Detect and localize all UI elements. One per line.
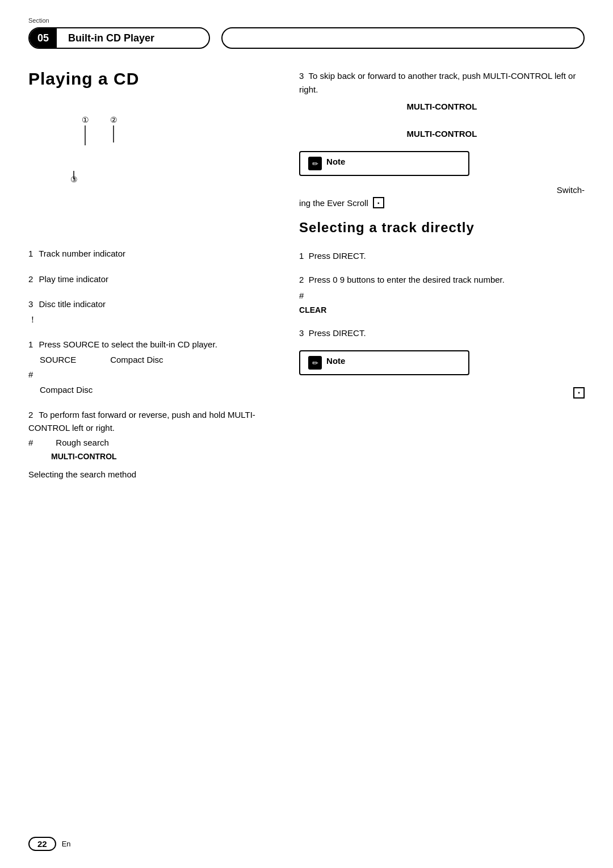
step1-source: SOURCE [40, 354, 76, 367]
note-box-2: Note [299, 350, 469, 375]
step2-extra: Selecting the search method [28, 468, 271, 481]
left-column: Playing a CD ① ② ③ 1 Track number [28, 69, 288, 493]
multicontrol-label2: MULTI-CONTROL [299, 127, 585, 141]
diagram-area: ① ② ③ [28, 106, 271, 230]
square-icon-2: ▪ [573, 387, 585, 399]
section-label: Section [28, 17, 49, 24]
direct-step1: 1 Press DIRECT. [299, 249, 585, 263]
page-number-badge: 22 [28, 837, 56, 851]
exclaim-mark: ！ [28, 313, 271, 326]
diagram-svg: ① ② ③ [28, 106, 199, 230]
ever-scroll-text: ing the Ever Scroll [299, 198, 368, 208]
square-icon-1: ▪ [373, 197, 384, 208]
step1-hash: # [28, 368, 271, 381]
direct-step2-hash: # [299, 289, 585, 303]
svg-text:②: ② [110, 115, 117, 124]
direct-step2: 2 Press 0 9 buttons to enter the desired… [299, 273, 585, 316]
step2: 2 To perform fast forward or reverse, pu… [28, 409, 271, 481]
footer-lang: En [62, 840, 71, 848]
note-icon-1 [308, 157, 322, 170]
right-column: 3 To skip back or forward to another tra… [288, 69, 585, 493]
svg-text:①: ① [82, 115, 89, 124]
step2-multicontrol: MULTI-CONTROL [51, 451, 271, 463]
list-item-2: 2 Play time indicator [28, 273, 271, 286]
note-icon-2 [308, 356, 322, 370]
section-title: Built-in CD Player [57, 32, 166, 44]
section-badge: 05 Built-in CD Player [28, 27, 210, 49]
page-footer: 22 En [28, 837, 71, 851]
note-label-1: Note [326, 157, 345, 166]
note-label-2: Note [326, 356, 345, 366]
switch-text: Switch- [299, 185, 585, 195]
note-box-1: Note [299, 151, 469, 176]
list-item-3: 3 Disc title indicator ！ [28, 298, 271, 326]
section-badge-right [221, 27, 585, 49]
direct-step3: 3 Press DIRECT. [299, 326, 585, 340]
direct-step2-clear: CLEAR [299, 304, 585, 316]
page-title: Playing a CD [28, 69, 271, 89]
step2-hash: # Rough search [28, 437, 271, 450]
multicontrol-label1: MULTI-CONTROL [299, 100, 585, 114]
list-item-1: 1 Track number indicator [28, 248, 271, 261]
step1-indent: Compact Disc [40, 384, 271, 397]
step3: 3 To skip back or forward to another tra… [299, 69, 585, 141]
step1-compact: Compact Disc [110, 354, 163, 367]
section2-title: Selecting a track directly [299, 220, 585, 236]
square-icon-area-2: ▪ [299, 387, 585, 399]
step1: 1 Press SOURCE to select the built-in CD… [28, 338, 271, 396]
section-number: 05 [30, 28, 57, 48]
ever-scroll-line: ing the Ever Scroll ▪ [299, 197, 585, 208]
switch-area: Switch- ing the Ever Scroll ▪ [299, 185, 585, 208]
